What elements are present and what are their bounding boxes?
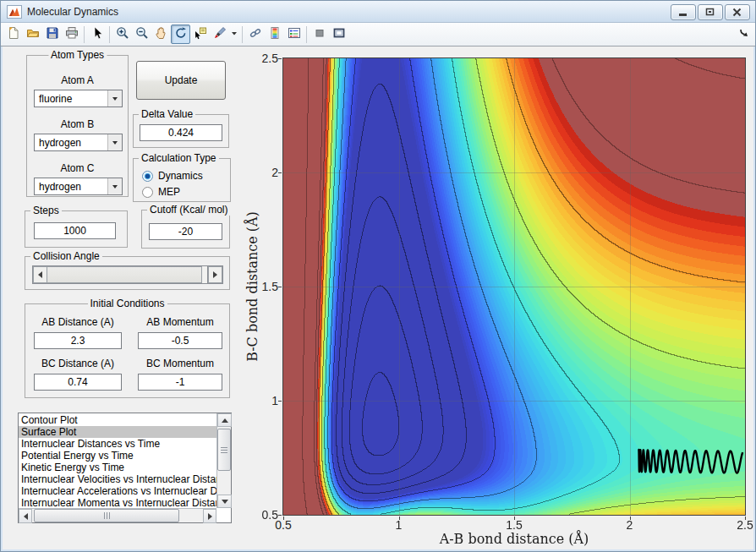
vertical-scroll-thumb[interactable]	[217, 429, 231, 471]
list-item[interactable]: Internuclear Accelerations vs Internucle…	[19, 485, 216, 497]
x-tick-mark	[283, 516, 284, 520]
insert-legend-button[interactable]	[284, 25, 304, 44]
bc-distance-field[interactable]	[34, 374, 122, 391]
title-bar[interactable]: Molecular Dynamics	[1, 1, 755, 23]
data-cursor-icon	[194, 26, 207, 43]
listbox-horizontal-scrollbar[interactable]	[19, 508, 216, 522]
atom-b-label: Atom B	[27, 118, 128, 130]
show-plot-tools-button[interactable]	[329, 25, 348, 44]
ab-distance-label: AB Distance (A)	[34, 316, 122, 328]
atom-a-select[interactable]: fluorine	[34, 90, 123, 107]
radio-dynamics-label: Dynamics	[158, 170, 203, 182]
update-button[interactable]: Update	[136, 61, 226, 100]
show-plot-tools-icon	[332, 26, 346, 43]
y-tick-mark	[278, 401, 282, 402]
dropdown-arrow-icon[interactable]	[107, 90, 122, 107]
calculation-type-legend: Calculation Type	[139, 152, 219, 164]
list-item[interactable]: Internuclear Distances vs Time	[19, 438, 216, 450]
dropdown-arrow-icon[interactable]	[107, 178, 122, 194]
list-item[interactable]: Internuclear Velocities vs Internuclear …	[19, 473, 216, 485]
x-tick-mark	[745, 516, 746, 520]
cutoff-legend: Cutoff (Kcal/ mol)	[147, 204, 230, 216]
x-tick-mark	[630, 516, 631, 520]
steps-group: Steps	[25, 210, 128, 248]
delta-value-group: Delta Value	[133, 114, 229, 148]
radio-mep[interactable]: MEP	[142, 185, 180, 199]
hide-plot-tools-button[interactable]	[310, 25, 329, 44]
atom-a-label: Atom A	[27, 74, 128, 86]
save-figure-button[interactable]	[42, 25, 62, 44]
horizontal-scroll-thumb[interactable]	[34, 509, 179, 522]
y-tick-mark	[278, 172, 282, 173]
atom-b-select[interactable]: hydrogen	[34, 134, 123, 151]
pointer-tool-button[interactable]	[87, 25, 107, 44]
open-file-icon	[26, 26, 40, 43]
scroll-left-button[interactable]	[19, 509, 32, 523]
pan-tool-icon	[155, 26, 168, 43]
restore-button[interactable]	[698, 4, 723, 20]
scroll-up-button[interactable]	[217, 413, 232, 427]
radio-selected-icon[interactable]	[142, 171, 153, 182]
print-figure-button[interactable]	[62, 25, 81, 44]
ab-distance-field[interactable]	[34, 332, 122, 349]
link-plot-button[interactable]	[245, 25, 265, 44]
atom-b-value: hydrogen	[35, 134, 107, 150]
y-tick-mark	[278, 58, 282, 59]
close-button[interactable]	[725, 4, 750, 20]
potential-energy-surface-canvas[interactable]	[283, 58, 745, 515]
list-item[interactable]: Contour Plot	[19, 414, 216, 426]
collision-angle-slider[interactable]	[32, 265, 223, 284]
matlab-icon	[7, 5, 22, 19]
toolbar-separator	[306, 26, 307, 43]
data-cursor-button[interactable]	[190, 25, 210, 44]
rotate-3d-icon	[174, 26, 188, 43]
open-file-button[interactable]	[23, 25, 42, 44]
atom-c-label: Atom C	[27, 162, 128, 174]
dock-figure-icon[interactable]	[738, 27, 752, 41]
rotate-3d-button[interactable]	[171, 25, 190, 44]
minimize-button[interactable]	[671, 4, 696, 20]
listbox-vertical-scrollbar[interactable]	[216, 413, 231, 508]
toolbar-separator	[242, 26, 243, 43]
radio-unselected-icon[interactable]	[142, 187, 153, 198]
new-figure-icon	[7, 26, 20, 43]
hide-plot-tools-icon	[313, 26, 326, 43]
list-item[interactable]: Kinetic Energy vs Time	[19, 462, 216, 473]
initial-conditions-group: Initial Conditions AB Distance (A)AB Mom…	[25, 303, 230, 398]
x-tick-mark	[399, 516, 400, 520]
slider-thumb[interactable]	[47, 266, 202, 283]
atom-types-group: Atom Types Atom AfluorineAtom BhydrogenA…	[26, 55, 129, 197]
steps-field[interactable]	[34, 222, 116, 239]
atom-a-value: fluorine	[35, 90, 107, 107]
list-item[interactable]: Surface Plot	[19, 426, 216, 438]
list-item[interactable]: Internuclear Momenta vs Internuclear Dis…	[19, 497, 216, 508]
insert-colorbar-button[interactable]	[265, 25, 284, 44]
insert-colorbar-icon	[268, 26, 282, 43]
ab-momentum-field[interactable]	[138, 332, 222, 349]
zoom-in-button[interactable]	[112, 25, 132, 44]
plot-type-listbox[interactable]: Contour PlotSurface PlotInternuclear Dis…	[18, 413, 232, 523]
new-figure-button[interactable]	[3, 25, 23, 44]
slider-right-arrow[interactable]	[208, 266, 222, 283]
delta-value-field[interactable]	[140, 124, 222, 141]
surface-plot-axes[interactable]	[282, 57, 746, 516]
brush-data-button[interactable]	[210, 25, 229, 44]
initial-conditions-legend: Initial Conditions	[87, 298, 167, 309]
window: Molecular Dynamics Atom Types Atom Afluo…	[0, 0, 756, 552]
x-tick-mark	[514, 516, 515, 520]
radio-dynamics[interactable]: Dynamics	[142, 169, 203, 183]
steps-legend: Steps	[30, 205, 62, 216]
delta-value-legend: Delta Value	[139, 108, 195, 120]
slider-left-arrow[interactable]	[33, 266, 47, 283]
brush-dropdown-button[interactable]	[229, 25, 239, 44]
pan-tool-button[interactable]	[151, 25, 171, 44]
cutoff-field[interactable]	[149, 223, 222, 240]
scroll-down-button[interactable]	[217, 495, 232, 508]
list-item[interactable]: Potential Energy vs Time	[19, 450, 216, 462]
dropdown-arrow-icon[interactable]	[107, 134, 122, 150]
bc-momentum-field[interactable]	[138, 374, 222, 391]
atom-c-select[interactable]: hydrogen	[34, 178, 123, 195]
scroll-right-button[interactable]	[203, 509, 216, 523]
zoom-out-button[interactable]	[132, 25, 151, 44]
y-tick-label: 2.5	[249, 52, 278, 65]
